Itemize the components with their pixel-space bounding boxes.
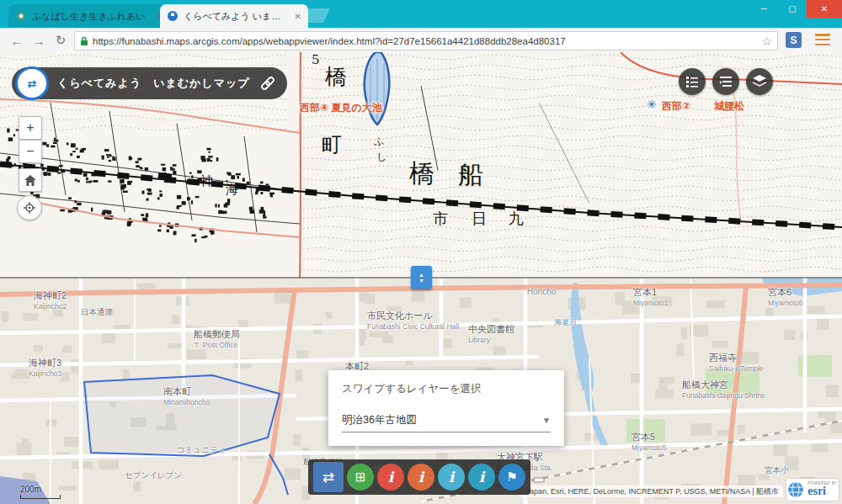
scale-label: 200m xyxy=(20,485,41,494)
home-icon xyxy=(24,175,36,186)
bookmark-star-icon[interactable]: ☆ xyxy=(761,34,772,48)
map-label: 神 xyxy=(200,173,213,189)
browser-tab-bar: ふなばし生き生きふれあい ✕ くらべてみよう いまむかしマ ✕ ─ ▢ ✕ xyxy=(0,0,842,28)
tab1-label: ふなばし生き生きふれあい xyxy=(32,10,152,23)
map-label: 船橋郵便局〒 Post Office xyxy=(194,328,240,351)
map-label: 日 xyxy=(472,209,487,229)
swipe-tool-button[interactable]: ⇄ xyxy=(313,462,344,492)
map-label: 町 xyxy=(322,131,342,158)
legend-button[interactable] xyxy=(679,68,706,95)
layers-button[interactable] xyxy=(746,68,773,95)
map-label: セブンイレブン xyxy=(125,470,182,481)
swipe-down-arrow-icon: ▼ xyxy=(418,278,424,284)
scale-bar: 200m xyxy=(20,485,61,499)
home-button[interactable] xyxy=(19,168,42,192)
window-maximize-button[interactable]: ▢ xyxy=(778,0,807,18)
reload-button[interactable]: ↻ xyxy=(51,30,71,50)
tab2-close-icon[interactable]: ✕ xyxy=(295,12,301,21)
map-label: 南本町Minamihoncho xyxy=(163,385,210,406)
zoom-out-button[interactable]: − xyxy=(19,140,42,163)
map-label: 宮本5Miyamoto5 xyxy=(632,431,667,452)
map-label: ふ xyxy=(374,135,384,149)
map-label: 海老川 xyxy=(554,316,577,328)
info-button-red[interactable]: i xyxy=(377,464,404,491)
map-label: 九 xyxy=(509,209,524,229)
map-label: 海 xyxy=(226,182,238,198)
swipe-layer-card-title: スワイプするレイヤーを選択 xyxy=(342,382,551,396)
forward-button[interactable]: → xyxy=(29,30,49,50)
window-controls: ─ ▢ ✕ xyxy=(749,0,842,18)
esri-logo: POWERED BY esri xyxy=(786,479,839,501)
tab2-label: くらべてみよう いまむかしマ xyxy=(184,10,290,23)
esri-globe-icon xyxy=(787,481,804,498)
swipe-up-arrow-icon: ▲ xyxy=(418,272,424,278)
browser-tab-2-active[interactable]: くらべてみよう いまむかしマ ✕ xyxy=(160,4,308,28)
legend-icon xyxy=(685,75,699,88)
swipe-layer-card: スワイプするレイヤーを選択 明治36年古地図 ▼ xyxy=(328,370,564,446)
browser-toolbar: ← → ↻ https://funabashi.maps.arcgis.com/… xyxy=(0,28,842,53)
map-label: 市 xyxy=(433,209,448,229)
info-button-teal[interactable]: i xyxy=(468,464,495,491)
info-button-orange[interactable]: i xyxy=(408,464,434,491)
map-label: 海神町2Kaijincho2 xyxy=(34,289,67,310)
layer-select-dropdown[interactable]: 明治36年古地図 ▼ xyxy=(342,408,551,432)
layer-select-value: 明治36年古地図 xyxy=(342,413,417,427)
map-label: 宮本1Miyamoto1 xyxy=(633,286,669,307)
map-attribution: Japan, Esri, HERE, DeLorme, INCREMENT P,… xyxy=(521,485,783,497)
app-header: ⇄ くらべてみよう いまむかしマップ xyxy=(12,67,287,99)
url-text: https://funabashi.maps.arcgis.com/apps/w… xyxy=(93,36,761,46)
map-label: 船橋大神宮Funabashi-daijingu Shrine xyxy=(682,379,765,400)
tab2-favicon-icon xyxy=(167,10,179,22)
map-label: 中央図書館Library xyxy=(468,323,514,344)
window-close-button[interactable]: ✕ xyxy=(807,0,842,18)
map-label: 橋 xyxy=(325,62,347,92)
share-link-icon[interactable] xyxy=(260,76,275,91)
layer-list-button[interactable] xyxy=(712,68,739,95)
widget-toolbar: ⇄⊞iiii⚑ xyxy=(308,459,530,495)
map-label: Honcho xyxy=(527,286,556,296)
map-label: 宮本小 xyxy=(765,464,789,476)
map-label: 城腰松 xyxy=(714,99,744,114)
map-label: 海神町3Kaijincho3 xyxy=(29,357,61,378)
window-minimize-button[interactable]: ─ xyxy=(749,0,778,18)
map-label: 西部② xyxy=(662,99,690,114)
back-button[interactable]: ← xyxy=(7,30,27,50)
app-title: くらべてみよう いまむかしマップ xyxy=(57,76,250,91)
map-label: ✳ xyxy=(647,98,657,111)
map-label: 5 xyxy=(312,52,320,67)
map-app-content: 5橋町ふし橋船市日九神海西部④ 夏見の大池✳西部②城腰松 xyxy=(0,52,842,504)
swipe-divider-handle[interactable]: ▲ ▼ xyxy=(411,266,432,289)
app-logo-icon: ⇄ xyxy=(15,66,49,100)
layer-list-icon xyxy=(719,75,733,88)
map-label: 日本通運 xyxy=(81,306,113,318)
zoom-in-button[interactable]: + xyxy=(19,116,42,140)
esri-brand-text: esri xyxy=(807,485,838,497)
map-label: 市民文化ホールFunabashi Civic Cultural Hall xyxy=(367,310,459,331)
extension-icon[interactable]: S xyxy=(786,32,802,48)
map-label: 西部④ 夏見の大池 xyxy=(300,101,382,115)
map-label: 西福寺Saifuku-ji Temple xyxy=(709,352,764,373)
address-bar[interactable]: https://funabashi.maps.arcgis.com/apps/w… xyxy=(74,31,778,50)
dropdown-arrow-icon: ▼ xyxy=(542,416,551,425)
map-label: 船 xyxy=(458,158,483,193)
browser-menu-icon[interactable] xyxy=(815,34,830,45)
info-button-lightblue[interactable]: i xyxy=(438,464,465,491)
https-lock-icon xyxy=(80,36,88,46)
browser-tab-1[interactable]: ふなばし生き生きふれあい ✕ xyxy=(8,4,170,28)
locate-button[interactable] xyxy=(17,195,42,220)
map-label: し xyxy=(376,150,386,164)
map-label: コミュニティ xyxy=(177,444,226,456)
basemap-gallery-button[interactable]: ⊞ xyxy=(347,464,374,491)
share-tool-button[interactable]: ⚑ xyxy=(498,464,525,491)
locate-icon xyxy=(24,202,35,214)
tab1-favicon-icon xyxy=(15,10,27,22)
layers-icon xyxy=(752,74,767,89)
map-label: 橋 xyxy=(409,157,434,191)
new-tab-button[interactable] xyxy=(301,8,330,23)
map-label: 宮本6Miyamoto6 xyxy=(768,286,803,307)
scale-line xyxy=(20,495,61,499)
